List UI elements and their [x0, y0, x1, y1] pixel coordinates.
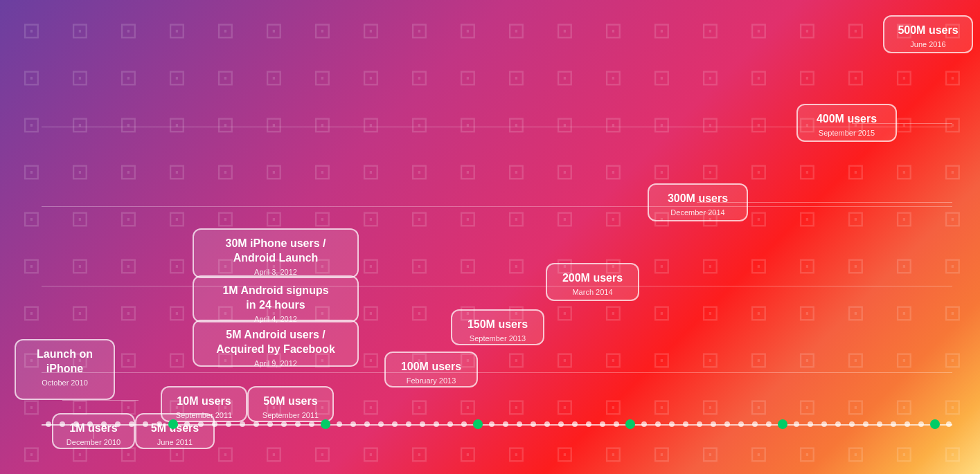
- ref-line-100m: [42, 372, 952, 373]
- card-5m-date: June 2011: [146, 438, 204, 446]
- svg-point-13: [226, 421, 231, 427]
- svg-point-9: [168, 419, 178, 429]
- svg-point-48: [711, 421, 716, 427]
- svg-point-45: [669, 421, 675, 427]
- connector-1m-v: [93, 426, 94, 439]
- svg-point-7: [143, 421, 148, 427]
- svg-point-65: [946, 421, 952, 427]
- svg-point-55: [808, 421, 813, 427]
- svg-point-37: [558, 421, 564, 427]
- svg-point-63: [918, 421, 924, 427]
- svg-point-57: [835, 421, 841, 427]
- svg-point-60: [877, 421, 882, 427]
- card-200m-title: 200M users: [557, 271, 628, 286]
- svg-point-54: [794, 421, 799, 427]
- svg-point-2: [73, 421, 79, 427]
- svg-point-44: [655, 421, 661, 427]
- svg-point-36: [544, 421, 550, 427]
- card-300m-title: 300M users: [659, 192, 737, 206]
- svg-point-23: [364, 421, 370, 427]
- svg-point-18: [295, 421, 301, 427]
- card-150m-date: September 2013: [462, 334, 533, 343]
- svg-point-26: [406, 421, 411, 427]
- card-400m-date: September 2015: [808, 129, 886, 137]
- svg-point-35: [531, 421, 536, 427]
- svg-point-11: [198, 421, 204, 427]
- svg-point-51: [752, 421, 758, 427]
- card-1m-date: December 2010: [63, 438, 124, 446]
- card-100m-title: 100M users: [395, 360, 467, 374]
- svg-point-21: [337, 421, 342, 427]
- timeline-dots-container: [42, 417, 952, 431]
- card-launch-date: October 2010: [26, 379, 104, 387]
- card-100m-date: February 2013: [395, 376, 467, 385]
- svg-point-17: [281, 421, 287, 427]
- svg-point-0: [46, 421, 51, 427]
- svg-point-16: [267, 421, 273, 427]
- svg-point-10: [184, 421, 190, 427]
- card-500m: 500M users June 2016: [883, 15, 973, 53]
- card-500m-title: 500M users: [894, 24, 962, 38]
- card-500m-date: June 2016: [894, 40, 962, 48]
- svg-point-28: [434, 421, 439, 427]
- card-100m: 100M users February 2013: [384, 352, 478, 388]
- svg-point-43: [641, 421, 647, 427]
- svg-point-19: [309, 421, 314, 427]
- svg-point-40: [600, 421, 605, 427]
- card-launch-title: Launch oniPhone: [26, 347, 104, 376]
- card-200m: 200M users March 2014: [546, 263, 639, 301]
- card-android-24h-title: 1M Android signupsin 24 hours: [204, 284, 348, 313]
- svg-point-29: [447, 421, 453, 427]
- svg-point-27: [420, 421, 425, 427]
- svg-point-30: [461, 421, 467, 427]
- card-android-24h: 1M Android signupsin 24 hours April 4, 2…: [193, 275, 359, 322]
- timeline-dots-svg: [42, 417, 952, 431]
- svg-point-52: [766, 421, 772, 427]
- card-facebook-date: April 9, 2012: [204, 359, 348, 367]
- svg-point-4: [101, 421, 107, 427]
- svg-point-34: [517, 421, 522, 427]
- svg-point-8: [157, 421, 162, 427]
- svg-point-56: [821, 421, 827, 427]
- card-10m-title: 10M users: [172, 394, 236, 409]
- svg-point-61: [891, 421, 896, 427]
- svg-point-39: [586, 421, 591, 427]
- svg-point-42: [625, 419, 635, 429]
- svg-point-49: [724, 421, 730, 427]
- svg-point-20: [321, 419, 330, 429]
- card-200m-date: March 2014: [557, 288, 628, 296]
- svg-point-5: [115, 421, 121, 427]
- svg-point-25: [392, 421, 398, 427]
- svg-point-46: [683, 421, 688, 427]
- svg-point-53: [778, 419, 787, 429]
- ref-line-200m: [42, 286, 952, 286]
- svg-point-38: [572, 421, 578, 427]
- svg-point-31: [473, 419, 483, 429]
- svg-point-32: [489, 421, 495, 427]
- svg-point-41: [614, 421, 619, 427]
- svg-point-50: [738, 421, 744, 427]
- card-30m-title: 30M iPhone users /Android Launch: [204, 237, 348, 266]
- connector-300m: [697, 202, 952, 203]
- svg-point-14: [240, 421, 245, 427]
- ref-line-300m: [42, 206, 952, 207]
- svg-point-59: [863, 421, 868, 427]
- card-30m: 30M iPhone users /Android Launch April 3…: [193, 228, 359, 278]
- connector-launch: [62, 400, 139, 401]
- card-300m-date: December 2014: [659, 208, 737, 217]
- card-150m-title: 150M users: [462, 318, 533, 332]
- card-50m-title: 50M users: [258, 394, 323, 409]
- background-pattern: // Generate camera icons const pattern =…: [0, 0, 980, 474]
- svg-point-47: [697, 421, 702, 427]
- svg-point-64: [930, 419, 940, 429]
- svg-point-12: [212, 421, 217, 427]
- svg-point-6: [129, 421, 134, 427]
- card-30m-date: April 3, 2012: [204, 268, 348, 276]
- svg-point-22: [350, 421, 356, 427]
- svg-point-58: [849, 421, 855, 427]
- svg-point-3: [87, 421, 93, 427]
- svg-point-24: [378, 421, 384, 427]
- svg-point-33: [503, 421, 508, 427]
- card-launch: Launch oniPhone October 2010: [15, 339, 115, 400]
- card-150m: 150M users September 2013: [451, 309, 544, 345]
